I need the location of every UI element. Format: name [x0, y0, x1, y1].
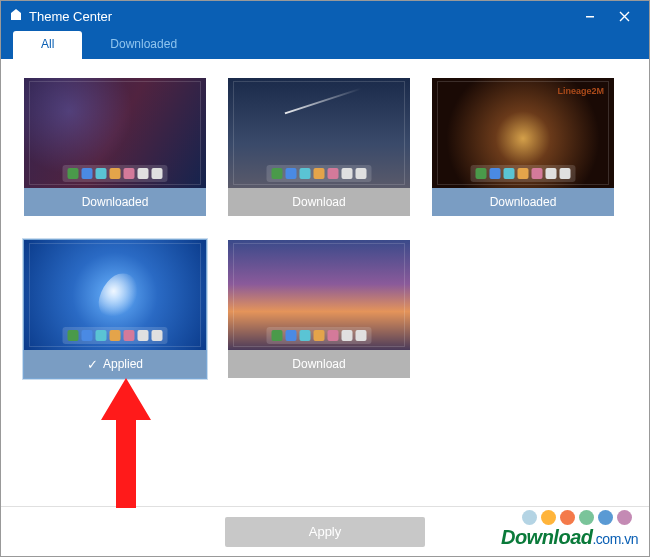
theme-dock [471, 165, 576, 182]
minimize-button[interactable] [573, 1, 607, 31]
titlebar: Theme Center [1, 1, 649, 31]
color-dot [617, 510, 632, 525]
theme-dock [267, 327, 372, 344]
theme-status-label: Download [292, 195, 345, 209]
tab-bar: All Downloaded [1, 31, 649, 59]
theme-dock [63, 327, 168, 344]
theme-card[interactable]: Download [227, 239, 411, 379]
theme-status-label: Downloaded [490, 195, 557, 209]
app-icon [9, 8, 23, 25]
watermark-brand: Download [501, 526, 593, 548]
theme-card[interactable]: Download [227, 77, 411, 217]
theme-dock [267, 165, 372, 182]
tab-downloaded[interactable]: Downloaded [82, 31, 205, 59]
theme-status: Downloaded [24, 188, 206, 216]
theme-status: Downloaded [432, 188, 614, 216]
theme-center-window: Theme Center All Downloaded DownloadedDo… [0, 0, 650, 557]
theme-thumbnail [24, 240, 206, 350]
theme-card[interactable]: Lineage2MDownloaded [431, 77, 615, 217]
content-area: DownloadedDownloadLineage2MDownloaded✓Ap… [1, 59, 649, 506]
theme-status: Download [228, 350, 410, 378]
theme-card[interactable]: Downloaded [23, 77, 207, 217]
theme-dock [63, 165, 168, 182]
theme-status-label: Downloaded [82, 195, 149, 209]
tab-all[interactable]: All [13, 31, 82, 59]
theme-thumbnail: Lineage2M [432, 78, 614, 188]
color-dot [560, 510, 575, 525]
color-dot [522, 510, 537, 525]
theme-status-label: Download [292, 357, 345, 371]
check-icon: ✓ [87, 357, 98, 372]
window-title: Theme Center [29, 9, 112, 24]
svg-rect-0 [586, 16, 594, 18]
theme-status: Download [228, 188, 410, 216]
close-button[interactable] [607, 1, 641, 31]
watermark: Download.com.vn [501, 526, 638, 549]
color-dots-overlay [522, 510, 632, 525]
theme-logo: Lineage2M [557, 86, 604, 96]
theme-status: ✓Applied [24, 350, 206, 378]
theme-thumbnail [228, 78, 410, 188]
theme-thumbnail [228, 240, 410, 350]
color-dot [541, 510, 556, 525]
apply-button[interactable]: Apply [225, 517, 425, 547]
theme-card[interactable]: ✓Applied [23, 239, 207, 379]
color-dot [579, 510, 594, 525]
theme-grid: DownloadedDownloadLineage2MDownloaded✓Ap… [23, 77, 627, 379]
theme-thumbnail [24, 78, 206, 188]
color-dot [598, 510, 613, 525]
theme-status-label: Applied [103, 357, 143, 371]
watermark-domain: .com.vn [592, 531, 638, 547]
